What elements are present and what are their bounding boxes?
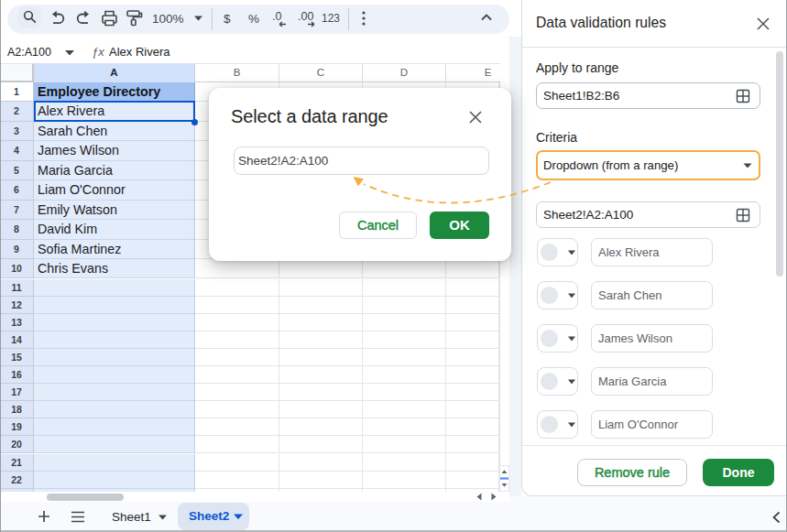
svg-text:%: % [248, 12, 259, 26]
svg-text:.0: .0 [272, 10, 281, 23]
svg-text:100%: 100% [152, 12, 184, 26]
svg-text:.00: .00 [298, 10, 313, 23]
svg-text:$: $ [224, 12, 231, 26]
svg-text:123: 123 [322, 12, 340, 25]
